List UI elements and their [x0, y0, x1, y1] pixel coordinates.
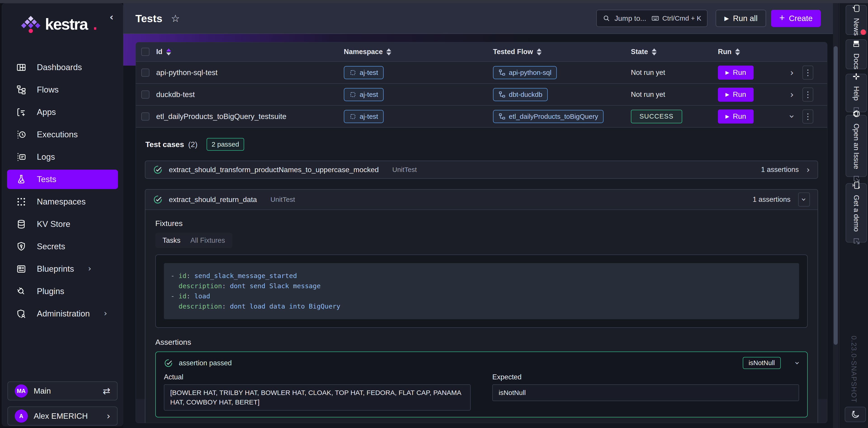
secrets-shield-icon: [16, 241, 26, 252]
test-cases-title: Test cases: [145, 140, 184, 149]
row-menu-button[interactable]: ⋮: [802, 66, 813, 80]
tenant-switcher[interactable]: MA Main ⇄: [7, 381, 118, 400]
sidebar-item-namespaces[interactable]: Namespaces: [7, 192, 118, 211]
rail-tab-open-an-issue[interactable]: Open an Issue: [846, 115, 867, 177]
assertion-status: assertion passed: [179, 359, 232, 367]
tested-flow-badge[interactable]: etl_dailyProducts_toBigQuery: [493, 110, 603, 123]
test-case-name: extract_should_transform_productNames_to…: [169, 166, 379, 174]
expand-row-chevron-icon[interactable]: ›: [782, 67, 802, 78]
column-header-namespace[interactable]: Namespace: [344, 48, 493, 56]
sidebar-item-kv-store[interactable]: KV Store: [7, 215, 118, 234]
assertion-header[interactable]: assertion passed isNotNull ›: [164, 357, 799, 369]
namespace-label: aj-test: [360, 113, 378, 120]
apps-icon: [16, 107, 26, 117]
rail-tab-get-a-demo[interactable]: Get a demo: [846, 183, 867, 242]
user-menu[interactable]: A Alex EMERICH ›: [7, 406, 118, 426]
column-header-state[interactable]: State: [631, 48, 718, 56]
test-cases-header: Test cases (2) 2 passed: [145, 138, 818, 151]
run-label: Run: [733, 68, 746, 77]
tab-tasks[interactable]: Tasks: [162, 236, 180, 245]
create-button[interactable]: + Create: [771, 10, 821, 27]
sidebar-collapse-icon[interactable]: ‹: [110, 12, 114, 22]
scrollbar-thumb[interactable]: [834, 46, 838, 345]
sidebar-item-label: Flows: [37, 85, 59, 94]
flows-icon: [16, 85, 26, 95]
sidebar-item-apps[interactable]: Apps: [7, 103, 118, 122]
collapse-row-chevron-icon[interactable]: ›: [782, 111, 802, 122]
window-top-strip: [0, 0, 868, 3]
expand-row-chevron-icon[interactable]: ›: [782, 89, 802, 100]
column-label: State: [631, 48, 648, 56]
switch-tenant-icon: ⇄: [103, 386, 110, 396]
sidebar-item-executions[interactable]: Executions: [7, 125, 118, 144]
dashboards-icon: [16, 62, 26, 73]
column-header-id[interactable]: Id: [156, 48, 344, 56]
tenant-name: Main: [34, 387, 51, 395]
sidebar-item-label: Blueprints: [37, 264, 74, 274]
sidebar-nav: Dashboards Flows Apps Executions Logs Te…: [7, 58, 118, 323]
run-button[interactable]: ▶Run: [718, 110, 754, 123]
select-all-checkbox[interactable]: [141, 48, 149, 56]
fixtures-code-block[interactable]: - id: send_slack_message_started descrip…: [164, 263, 799, 319]
content-area: Id Namespace Tested Flow State Run: [123, 34, 833, 428]
run-all-button[interactable]: ▶ Run all: [716, 10, 766, 27]
row-checkbox[interactable]: [141, 90, 149, 98]
create-label: Create: [789, 14, 813, 23]
run-all-label: Run all: [733, 14, 757, 23]
rail-tab-docs[interactable]: Docs: [846, 39, 867, 69]
row-menu-button[interactable]: ⋮: [802, 110, 813, 123]
column-header-tested-flow[interactable]: Tested Flow: [493, 48, 631, 56]
keyboard-icon: [651, 15, 659, 22]
actual-value-field[interactable]: [BOWLER HAT, TRILBY HAT, BOWLER HAT, CLO…: [164, 384, 471, 410]
sidebar-item-plugins[interactable]: Plugins: [7, 282, 118, 301]
namespace-badge[interactable]: aj-test: [344, 66, 383, 79]
sidebar-item-logs[interactable]: Logs: [7, 147, 118, 167]
theme-toggle-button[interactable]: [845, 407, 866, 422]
tested-flow-badge[interactable]: dbt-duckdb: [493, 88, 548, 101]
sort-icon: [537, 49, 541, 55]
test-id: duckdb-test: [156, 90, 344, 99]
plus-icon: +: [779, 12, 785, 23]
table-row[interactable]: api-python-sql-test aj-test api-python-s…: [136, 61, 827, 83]
table-row[interactable]: duckdb-test aj-test dbt-duckdb Not run y…: [136, 83, 827, 105]
column-header-run[interactable]: Run: [718, 48, 782, 56]
row-checkbox[interactable]: [141, 112, 149, 120]
sidebar-item-label: Secrets: [37, 242, 65, 251]
main-area: Tests ☆ Jump to... Ctrl/Cmd + K ▶ Run al…: [123, 3, 833, 428]
sidebar-item-tests[interactable]: Tests: [7, 170, 118, 189]
table-row-expanded[interactable]: etl_dailyProducts_toBigQuery_testsuite a…: [136, 105, 827, 127]
run-button[interactable]: ▶Run: [718, 88, 754, 102]
sidebar-item-dashboards[interactable]: Dashboards: [7, 58, 118, 77]
row-checkbox[interactable]: [141, 68, 149, 77]
sidebar-item-administration[interactable]: Administration ›: [7, 304, 118, 323]
flow-icon: [498, 91, 506, 98]
collapse-assertion-chevron-icon[interactable]: ›: [796, 358, 799, 368]
scrollbar-track[interactable]: [833, 3, 838, 428]
namespace-badge[interactable]: aj-test: [344, 88, 383, 101]
jump-to-search-input[interactable]: Jump to... Ctrl/Cmd + K: [596, 10, 708, 27]
expected-value-field[interactable]: isNotNull: [492, 384, 799, 401]
tested-flow-badge[interactable]: api-python-sql: [493, 66, 557, 79]
favorite-star-icon[interactable]: ☆: [171, 13, 180, 24]
row-menu-button[interactable]: ⋮: [802, 88, 813, 102]
run-button[interactable]: ▶Run: [718, 66, 754, 80]
flow-label: api-python-sql: [509, 69, 551, 77]
test-case-header[interactable]: extract_should_return_data UnitTest 1 as…: [145, 190, 817, 209]
expand-case-chevron-icon[interactable]: ›: [807, 165, 810, 175]
search-placeholder: Jump to...: [614, 14, 646, 23]
rail-tab-help[interactable]: Help: [846, 74, 867, 112]
sidebar-item-flows[interactable]: Flows: [7, 80, 118, 99]
sidebar-item-blueprints[interactable]: Blueprints ›: [7, 259, 118, 279]
namespace-badge[interactable]: aj-test: [344, 110, 383, 123]
slack-icon: [852, 72, 861, 81]
tab-all-fixtures[interactable]: All Fixtures: [190, 236, 225, 245]
test-case-header[interactable]: extract_should_transform_productNames_to…: [145, 161, 817, 178]
tenant-avatar: MA: [15, 384, 28, 397]
test-id: api-python-sql-test: [156, 68, 344, 77]
sidebar-item-secrets[interactable]: Secrets: [7, 237, 118, 256]
collapse-case-button[interactable]: ›: [798, 193, 810, 206]
play-icon: ▶: [724, 15, 729, 22]
rail-tab-news[interactable]: News: [846, 5, 867, 35]
tests-flask-icon: [16, 174, 26, 184]
kestra-logo[interactable]: kestra.: [21, 15, 97, 33]
